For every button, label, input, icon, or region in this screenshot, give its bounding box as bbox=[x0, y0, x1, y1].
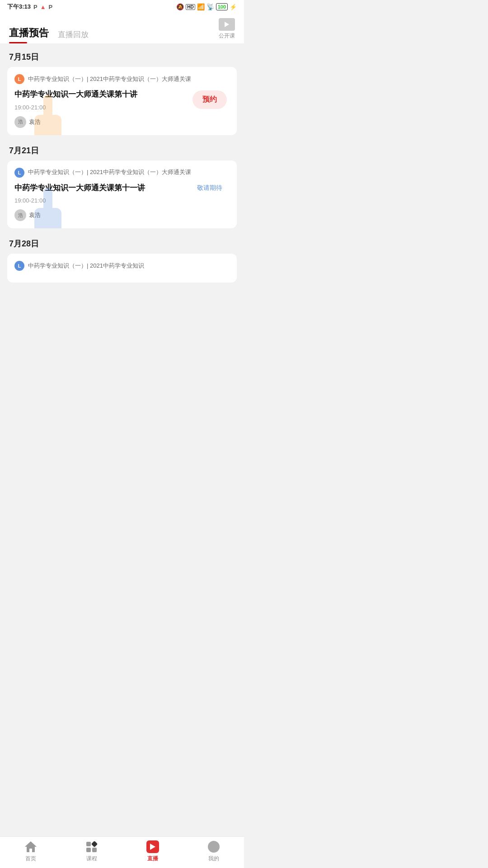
tab-live-preview[interactable]: 直播预告 bbox=[9, 26, 49, 43]
card-info-1: 中药学专业知识一大师通关课第十讲 19:00-21:00 浩 袁浩 bbox=[14, 89, 184, 128]
status-icon-hemi: ▲ bbox=[40, 4, 46, 10]
card-info-2: 中药学专业知识一大师通关课第十一讲 19:00-21:00 浩 袁浩 bbox=[14, 182, 184, 222]
public-course-label: 公开课 bbox=[219, 32, 235, 40]
course-meta-text-3: 中药学专业知识（一）| 2021中药学专业知识 bbox=[28, 262, 144, 270]
course-meta-text-1: 中药学专业知识（一）| 2021中药学专业知识（一）大师通关课 bbox=[28, 75, 191, 83]
live-card-2: L 中药学专业知识（一）| 2021中药学专业知识（一）大师通关课 中药学专业知… bbox=[7, 160, 237, 229]
wait-button-2: 敬请期待 bbox=[197, 184, 222, 192]
bolt-icon: ⚡ bbox=[230, 4, 237, 10]
wifi-icon: 📡 bbox=[206, 3, 214, 10]
status-right: 🔕 HD 📶 📡 100 ⚡ bbox=[176, 3, 237, 10]
public-course-button[interactable]: 公开课 bbox=[219, 18, 235, 43]
course-meta-2: L 中药学专业知识（一）| 2021中药学专业知识（一）大师通关课 bbox=[14, 168, 230, 178]
header-tabs: 直播预告 直播回放 bbox=[9, 26, 89, 43]
card-action-1: 预约 bbox=[190, 89, 230, 109]
card-body-1: 中药学专业知识一大师通关课第十讲 19:00-21:00 浩 袁浩 预约 bbox=[14, 89, 230, 128]
teacher-avatar-2: 浩 bbox=[14, 209, 26, 221]
status-bar: 下午3:13 P ▲ P 🔕 HD 📶 📡 100 ⚡ bbox=[0, 0, 244, 13]
course-title-2: 中药学专业知识一大师通关课第十一讲 bbox=[14, 182, 184, 194]
battery-indicator: 100 bbox=[216, 3, 228, 10]
status-icon-p1: P bbox=[33, 4, 38, 10]
tab-live-replay[interactable]: 直播回放 bbox=[58, 29, 89, 43]
course-meta-3: L 中药学专业知识（一）| 2021中药学专业知识 bbox=[14, 261, 230, 271]
main-content: 7月15日 L 中药学专业知识（一）| 2021中药学专业知识（一）大师通关课 … bbox=[0, 43, 244, 317]
card-body-2: 中药学专业知识一大师通关课第十一讲 19:00-21:00 浩 袁浩 敬请期待 bbox=[14, 182, 230, 222]
header: 直播预告 直播回放 公开课 bbox=[0, 13, 244, 43]
hd-badge: HD bbox=[186, 4, 195, 10]
date-section-2: 7月21日 bbox=[7, 137, 237, 160]
date-section-3: 7月28日 bbox=[7, 230, 237, 254]
date-label-2: 7月21日 bbox=[9, 146, 39, 155]
course-meta-text-2: 中药学专业知识（一）| 2021中药学专业知识（一）大师通关课 bbox=[28, 168, 191, 176]
course-meta-1: L 中药学专业知识（一）| 2021中药学专业知识（一）大师通关课 bbox=[14, 74, 230, 84]
teacher-row-1: 浩 袁浩 bbox=[14, 116, 184, 128]
status-left: 下午3:13 P ▲ P bbox=[7, 3, 52, 11]
course-tag-3: L bbox=[14, 261, 24, 271]
status-time: 下午3:13 bbox=[7, 3, 31, 11]
reserve-button-1[interactable]: 预约 bbox=[192, 90, 227, 109]
date-label-3: 7月28日 bbox=[9, 239, 39, 248]
course-title-1: 中药学专业知识一大师通关课第十讲 bbox=[14, 89, 184, 100]
live-card-1: L 中药学专业知识（一）| 2021中药学专业知识（一）大师通关课 中药学专业知… bbox=[7, 67, 237, 135]
card-action-2: 敬请期待 bbox=[190, 182, 230, 192]
course-time-2: 19:00-21:00 bbox=[14, 197, 184, 204]
public-course-icon bbox=[219, 18, 235, 31]
date-section-1: 7月15日 bbox=[7, 43, 237, 67]
teacher-name-1: 袁浩 bbox=[29, 118, 41, 126]
course-tag-2: L bbox=[14, 168, 24, 178]
status-icon-p2: P bbox=[49, 4, 53, 10]
live-card-3: L 中药学专业知识（一）| 2021中药学专业知识 bbox=[7, 254, 237, 283]
date-label-1: 7月15日 bbox=[9, 52, 39, 61]
teacher-name-2: 袁浩 bbox=[29, 211, 41, 219]
signal-icon: 📶 bbox=[197, 3, 205, 10]
course-time-1: 19:00-21:00 bbox=[14, 104, 184, 111]
course-tag-1: L bbox=[14, 74, 24, 84]
mute-icon: 🔕 bbox=[176, 3, 184, 10]
play-triangle-icon bbox=[225, 22, 229, 27]
teacher-avatar-1: 浩 bbox=[14, 116, 26, 128]
teacher-row-2: 浩 袁浩 bbox=[14, 209, 184, 221]
